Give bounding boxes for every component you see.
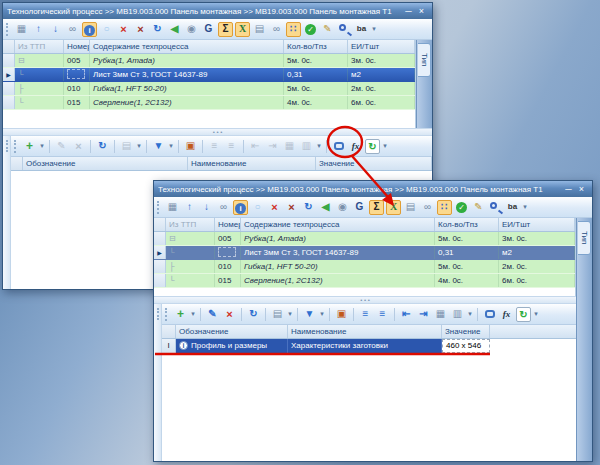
- send-icon[interactable]: ◀: [318, 200, 333, 215]
- column-header-content[interactable]: Содержание техпроцесса: [90, 40, 284, 53]
- shift-left-icon[interactable]: ⇤: [399, 307, 414, 322]
- column-header-number[interactable]: Номер: [215, 218, 241, 231]
- columns-icon[interactable]: ▥: [450, 307, 465, 322]
- column-header-qty[interactable]: Кол-во/Тпз: [435, 218, 499, 231]
- left-collapsed-splitter[interactable]: [154, 304, 162, 461]
- link-icon[interactable]: ∞: [65, 22, 80, 37]
- filter-icon[interactable]: ▼: [302, 307, 317, 322]
- delete-icon[interactable]: ×: [116, 22, 131, 37]
- insert-row-below-icon[interactable]: ≡: [375, 307, 390, 322]
- drop-icon[interactable]: ○: [250, 200, 265, 215]
- info-icon[interactable]: i: [233, 200, 248, 215]
- material-row-selected[interactable]: ▶ └ Лист 3мм Ст 3, ГОСТ 14637-89 0,31 м2: [154, 246, 575, 260]
- print-icon[interactable]: ▤: [270, 307, 285, 322]
- disc-icon[interactable]: ◉: [335, 200, 350, 215]
- check-icon[interactable]: ✓: [303, 22, 318, 37]
- operation-row[interactable]: └ 015 Сверление(1, 2С132) 4м. 0с. 6м. 0с…: [3, 96, 415, 110]
- tree-node-icon[interactable]: ⊟: [166, 232, 215, 245]
- chain-icon[interactable]: ∞: [269, 22, 284, 37]
- shift-right-icon[interactable]: ⇥: [416, 307, 431, 322]
- refresh-icon[interactable]: ↻: [150, 22, 165, 37]
- comment-icon[interactable]: [331, 139, 346, 154]
- sum-icon[interactable]: Σ: [369, 200, 384, 215]
- form-view-icon[interactable]: ▦: [165, 200, 180, 215]
- operation-row[interactable]: ├ 010 Гибка(1, HFT 50-20) 5м. 0с. 2м. 0с…: [154, 260, 575, 274]
- sync-document-icon[interactable]: ↻: [516, 307, 531, 322]
- minimize-button[interactable]: ─: [402, 4, 415, 18]
- edit-icon[interactable]: ✎: [205, 307, 220, 322]
- operation-row[interactable]: ⊟ 005 Рубка(1, Amada) 5м. 0с. 3м. 0с.: [3, 54, 415, 68]
- operation-row[interactable]: ⊟ 005 Рубка(1, Amada) 5м. 0с. 3м. 0с.: [154, 232, 575, 246]
- move-down-icon[interactable]: ↓: [48, 22, 63, 37]
- edit-note-icon[interactable]: ✎: [320, 22, 335, 37]
- table-icon[interactable]: ▦: [433, 307, 448, 322]
- fx-icon[interactable]: fx: [348, 139, 363, 154]
- add-icon[interactable]: +: [173, 307, 188, 322]
- drop-icon[interactable]: ○: [99, 22, 114, 37]
- print-icon[interactable]: ▤: [403, 200, 418, 215]
- table-icon[interactable]: ▦: [282, 139, 297, 154]
- left-collapsed-splitter[interactable]: [3, 136, 11, 289]
- pane-splitter[interactable]: • • •: [154, 296, 576, 304]
- sync-document-icon[interactable]: ↻: [365, 139, 380, 154]
- column-header-value[interactable]: Значение: [316, 157, 432, 170]
- move-up-icon[interactable]: ↑: [182, 200, 197, 215]
- form-icon[interactable]: ▣: [334, 307, 349, 322]
- tree-node-icon[interactable]: ⊟: [15, 54, 64, 67]
- print-icon[interactable]: ▤: [119, 139, 134, 154]
- excel-icon[interactable]: X: [235, 22, 250, 37]
- column-header-qty[interactable]: Кол-во/Тпз: [284, 40, 348, 53]
- move-down-icon[interactable]: ↓: [199, 200, 214, 215]
- print-icon[interactable]: ▤: [252, 22, 267, 37]
- column-header-content[interactable]: Содержание техпроцесса: [241, 218, 435, 231]
- material-row-selected[interactable]: ▶ └ Лист 3мм Ст 3, ГОСТ 14637-89 0,31 м2: [3, 68, 415, 82]
- pane-splitter[interactable]: • • •: [3, 128, 432, 136]
- chain-icon[interactable]: ∞: [420, 200, 435, 215]
- excel-icon[interactable]: X: [386, 200, 401, 215]
- column-header-unit[interactable]: ЕИ/Тшт: [499, 218, 575, 231]
- letters-ba-icon[interactable]: ba: [505, 200, 520, 215]
- add-caret-icon[interactable]: ▾: [189, 310, 197, 318]
- move-up-icon[interactable]: ↑: [31, 22, 46, 37]
- search-icon[interactable]: [488, 200, 503, 215]
- delete-icon[interactable]: ×: [267, 200, 282, 215]
- toolbar-grip[interactable]: [165, 308, 169, 321]
- sum-icon[interactable]: Σ: [218, 22, 233, 37]
- letters-ba-icon[interactable]: ba: [354, 22, 369, 37]
- filter-caret-icon[interactable]: ▾: [167, 142, 175, 150]
- refresh-icon[interactable]: ↻: [301, 200, 316, 215]
- columns-caret-icon[interactable]: ▾: [466, 310, 474, 318]
- insert-row-above-icon[interactable]: ≡: [358, 307, 373, 322]
- close-button[interactable]: ×: [575, 182, 588, 196]
- parameter-value-input[interactable]: 460 х 546: [442, 339, 490, 353]
- send-icon[interactable]: ◀: [167, 22, 182, 37]
- columns-icon[interactable]: ▥: [299, 139, 314, 154]
- column-header-value[interactable]: Значение: [442, 325, 490, 338]
- search-icon[interactable]: [337, 22, 352, 37]
- comment-icon[interactable]: [482, 307, 497, 322]
- columns-caret-icon[interactable]: ▾: [315, 142, 323, 150]
- column-header-number[interactable]: Номер: [64, 40, 90, 53]
- column-header-unit[interactable]: ЕИ/Тшт: [348, 40, 415, 53]
- column-header-designation[interactable]: Обозначение: [176, 325, 288, 338]
- column-header-designation[interactable]: Обозначение: [23, 157, 188, 170]
- destroy-icon[interactable]: ×: [133, 22, 148, 37]
- form-view-icon[interactable]: ▦: [14, 22, 29, 37]
- check-icon[interactable]: ✓: [454, 200, 469, 215]
- add-icon[interactable]: +: [22, 139, 37, 154]
- refresh-icon[interactable]: ↻: [95, 139, 110, 154]
- shift-left-icon[interactable]: ⇤: [248, 139, 263, 154]
- print-caret-icon[interactable]: ▾: [286, 310, 294, 318]
- disc-icon[interactable]: ◉: [184, 22, 199, 37]
- titlebar[interactable]: Технологический процесс >> МВ19.003.000 …: [154, 181, 592, 197]
- tab-type[interactable]: Тип: [418, 43, 431, 77]
- print-caret-icon[interactable]: ▾: [135, 142, 143, 150]
- link-icon[interactable]: ∞: [216, 200, 231, 215]
- filter-icon[interactable]: ▼: [151, 139, 166, 154]
- parameter-row-selected[interactable]: I iПрофиль и размеры Характеристики заго…: [162, 339, 576, 353]
- add-caret-icon[interactable]: ▾: [38, 142, 46, 150]
- operation-row[interactable]: ├ 010 Гибка(1, HFT 50-20) 5м. 0с. 2м. 0с…: [3, 82, 415, 96]
- edit-icon[interactable]: ✎: [54, 139, 69, 154]
- titlebar[interactable]: Технологический процесс >> МВ19.003.000 …: [3, 3, 432, 19]
- toolbar-grip[interactable]: [157, 201, 161, 214]
